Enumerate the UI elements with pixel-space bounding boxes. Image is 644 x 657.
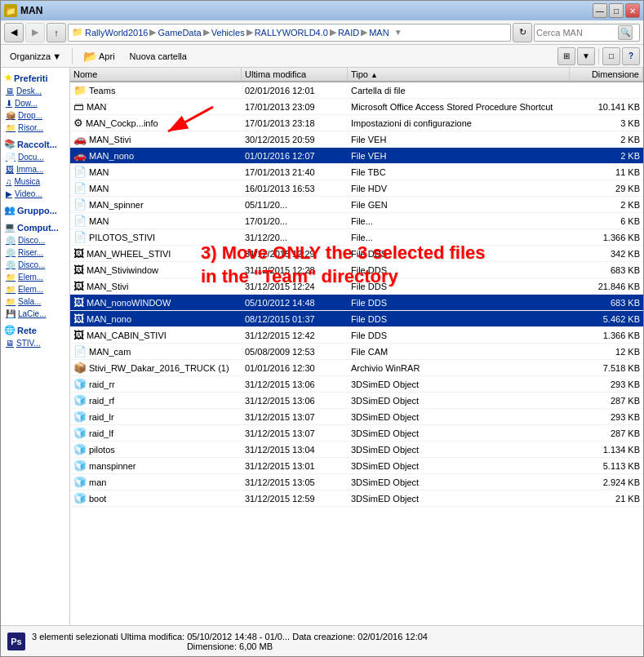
file-type: Impostazioni di configurazione <box>348 118 570 129</box>
sidebar-header-gruppo[interactable]: 👥 Gruppo... <box>1 203 69 217</box>
refresh-button[interactable]: ↻ <box>513 23 532 42</box>
file-row[interactable]: 🧊 man 31/12/2015 13:05 3DSimED Object 2.… <box>70 474 643 491</box>
main-layout: ★ Preferiti 🖥 Desk... ⬇ Dow... 📦 Drop...… <box>1 68 643 625</box>
file-type: 3DSimED Object <box>348 444 570 455</box>
file-row[interactable]: 📄 MAN_cam 05/08/2009 12:53 File CAM 12 K… <box>70 344 643 360</box>
maximize-button[interactable]: □ <box>609 3 624 18</box>
path-segment-2[interactable]: GameData <box>158 28 201 38</box>
sidebar-header-rete[interactable]: 🌐 Rete <box>1 323 69 337</box>
sidebar-item-disco1[interactable]: 💿 Disco... <box>1 234 69 246</box>
address-path[interactable]: 📁 RallyWorld2016 ▶ GameData ▶ Vehicles ▶… <box>68 24 511 42</box>
file-row[interactable]: 🖼 MAN_nono 08/12/2015 01:37 File DDS 5.4… <box>70 311 643 327</box>
sidebar-item-downloads[interactable]: ⬇ Dow... <box>1 97 69 109</box>
close-button[interactable]: ✕ <box>625 3 640 18</box>
search-input[interactable] <box>536 28 618 38</box>
file-date: 17/01/2013 21:40 <box>242 166 348 178</box>
file-row[interactable]: 🖼 MAN_Stivi 31/12/2015 12:24 File DDS 21… <box>70 278 643 295</box>
col-header-name[interactable]: Nome <box>70 68 242 82</box>
file-row[interactable]: 🧊 raid_lr 31/12/2015 13:07 3DSimED Objec… <box>70 409 643 425</box>
file-row[interactable]: 🖼 MAN_WHEEL_STIVI 31/12/2015 12:29 File … <box>70 246 643 262</box>
file-row[interactable]: 📄 MAN 17/01/2013 21:40 File TBC 11 KB <box>70 164 643 180</box>
file-date: 17/01/2013 23:18 <box>242 118 348 129</box>
sidebar-item-music[interactable]: ♫ Musica <box>1 175 69 188</box>
open-button[interactable]: 📂 Apri <box>78 47 121 65</box>
up-button[interactable]: ↑ <box>47 23 66 42</box>
file-row[interactable]: ⚙ MAN_Cockp...info 17/01/2013 23:18 Impo… <box>70 115 643 131</box>
desk-icon: 🖥 <box>6 87 14 95</box>
sidebar-item-sala[interactable]: 📁 Sala... <box>1 295 69 308</box>
file-row[interactable]: 🧊 raid_rf 31/12/2015 13:06 3DSimED Objec… <box>70 393 643 409</box>
file-row[interactable]: 📄 MAN 17/01/20... File... 6 KB <box>70 213 643 229</box>
sidebar-header-comput[interactable]: 💻 Comput... <box>1 220 69 234</box>
file-size: 287 KB <box>570 428 643 439</box>
file-row[interactable]: 🖼 MAN_CABIN_STIVI 31/12/2015 12:42 File … <box>70 327 643 344</box>
file-size: 2 KB <box>570 134 643 145</box>
file-row[interactable]: 🧊 raid_lf 31/12/2015 13:07 3DSimED Objec… <box>70 425 643 442</box>
file-date: 31/12/2015 13:05 <box>242 477 348 488</box>
sidebar-header-favorites[interactable]: ★ Preferiti <box>1 71 69 85</box>
preview-button[interactable]: □ <box>602 47 620 65</box>
path-segment-6[interactable]: MAN <box>369 28 389 38</box>
file-row[interactable]: 📄 MAN_spinner 05/11/20... File GEN 2 KB <box>70 197 643 213</box>
path-segment-4[interactable]: RALLYWORLD4.0 <box>255 28 328 38</box>
sidebar-item-elem2[interactable]: 📁 Elem... <box>1 283 69 295</box>
col-header-type[interactable]: Tipo ▲ <box>348 68 570 82</box>
sidebar-item-disco2[interactable]: 💿 Disco... <box>1 259 69 271</box>
file-date: 31/12/2015 13:01 <box>242 460 348 472</box>
file-icon: 📄 <box>73 198 87 211</box>
file-row[interactable]: 🗃 MAN 17/01/2013 23:09 Microsoft Office … <box>70 99 643 115</box>
file-icon: 🖼 <box>73 280 84 292</box>
sidebar-item-stiv[interactable]: 🖥 STIV... <box>1 337 69 349</box>
file-icon: 🧊 <box>73 427 87 439</box>
file-row[interactable]: 📁 Teams 02/01/2016 12:01 Cartella di fil… <box>70 82 643 99</box>
minimize-button[interactable]: — <box>593 3 607 18</box>
file-row[interactable]: 🚗 MAN_Stivi 30/12/2015 20:59 File VEH 2 … <box>70 131 643 148</box>
path-segment-3[interactable]: Vehicles <box>211 28 245 38</box>
file-row[interactable]: 📄 MAN 16/01/2013 16:53 File HDV 29 KB <box>70 180 643 197</box>
file-row[interactable]: 🚗 MAN_nono 01/01/2016 12:07 File VEH 2 K… <box>70 148 643 164</box>
file-row[interactable]: 🧊 boot 31/12/2015 12:59 3DSimED Object 2… <box>70 491 643 507</box>
file-size: 6 KB <box>570 215 643 227</box>
toolbar: Organizza ▼ 📂 Apri Nuova cartella ⊞ ▼ □ … <box>1 45 643 68</box>
gruppo-icon: 👥 <box>4 205 16 215</box>
file-row[interactable]: 🧊 pilotos 31/12/2015 13:04 3DSimED Objec… <box>70 442 643 458</box>
search-button[interactable]: 🔍 <box>618 25 633 40</box>
file-row[interactable]: 📄 PILOTOS_STIVI 31/12/20... File... 1.36… <box>70 229 643 246</box>
path-segment-5[interactable]: RAID <box>338 28 359 38</box>
path-segment-1[interactable]: RallyWorld2016 <box>85 28 148 38</box>
file-name: boot <box>89 494 106 504</box>
help-button[interactable]: ? <box>622 47 640 65</box>
sidebar-item-elem1[interactable]: 📁 Elem... <box>1 271 69 283</box>
sidebar-item-lacie[interactable]: 💾 LaCie... <box>1 308 69 320</box>
search-box[interactable]: 🔍 <box>534 24 640 42</box>
path-icon: 📁 <box>72 27 83 38</box>
sidebar-header-raccolt[interactable]: 📚 Raccolt... <box>1 137 69 151</box>
sidebar-item-desk[interactable]: 🖥 Desk... <box>1 85 69 97</box>
col-header-size[interactable]: Dimensione <box>570 68 643 82</box>
organize-button[interactable]: Organizza ▼ <box>4 49 67 64</box>
sidebar-item-docu[interactable]: 📄 Docu... <box>1 151 69 163</box>
file-name: manspinner <box>89 461 135 471</box>
view-options-button[interactable]: ⊞ <box>557 47 575 65</box>
file-row[interactable]: 🧊 raid_rr 31/12/2015 13:06 3DSimED Objec… <box>70 376 643 393</box>
sidebar-item-imma[interactable]: 🖼 Imma... <box>1 163 69 175</box>
file-row[interactable]: 🖼 MAN_nonoWINDOW 05/10/2012 14:48 File D… <box>70 295 643 311</box>
organize-label: Organizza <box>10 51 51 61</box>
sidebar-item-riser[interactable]: 💿 Riser... <box>1 246 69 259</box>
file-row[interactable]: 🧊 manspinner 31/12/2015 13:01 3DSimED Ob… <box>70 458 643 474</box>
sidebar-item-dropbox[interactable]: 📦 Drop... <box>1 109 69 122</box>
file-name: MAN <box>89 184 109 193</box>
file-icon: 🧊 <box>73 394 87 406</box>
forward-button[interactable]: ▶ <box>25 23 45 42</box>
new-folder-button[interactable]: Nuova cartella <box>124 49 193 64</box>
back-button[interactable]: ◀ <box>4 23 24 42</box>
file-row[interactable]: 🖼 MAN_Stiviwindow 31/12/2015 12:28 File … <box>70 262 643 278</box>
view-toggle-button[interactable]: ▼ <box>577 47 595 65</box>
file-type: File VEH <box>348 150 570 162</box>
sidebar-item-video[interactable]: ▶ Video... <box>1 188 69 200</box>
file-name: MAN_Stiviwindow <box>87 265 158 275</box>
file-row[interactable]: 📦 Stivi_RW_Dakar_2016_TRUCK (1) 01/01/20… <box>70 360 643 376</box>
col-header-date[interactable]: Ultima modifica <box>242 68 348 82</box>
sidebar-item-risorse[interactable]: 📁 Risor... <box>1 122 69 134</box>
disco2-icon: 💿 <box>6 260 16 269</box>
